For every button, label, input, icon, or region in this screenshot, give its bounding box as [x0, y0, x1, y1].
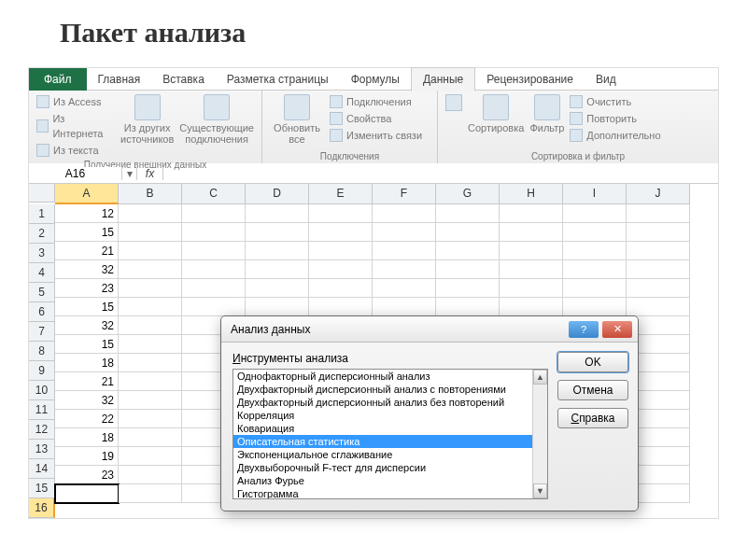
- cell[interactable]: [119, 316, 182, 335]
- help-button[interactable]: Справка: [557, 408, 628, 428]
- fx-button[interactable]: fx: [137, 167, 163, 180]
- cell[interactable]: 32: [55, 260, 119, 279]
- column-header[interactable]: H: [500, 184, 563, 204]
- cell[interactable]: 22: [55, 410, 119, 428]
- refresh-all-button[interactable]: Обновить все: [270, 94, 324, 145]
- cell[interactable]: [182, 242, 246, 260]
- cell[interactable]: [373, 204, 436, 223]
- list-item[interactable]: Корреляция: [233, 409, 532, 422]
- cell[interactable]: [119, 354, 182, 372]
- cell[interactable]: [627, 279, 690, 298]
- cell[interactable]: [563, 298, 627, 316]
- cell[interactable]: [436, 223, 500, 242]
- column-header[interactable]: J: [627, 184, 690, 204]
- cell[interactable]: [182, 298, 246, 316]
- list-item[interactable]: Двухфакторный дисперсионный анализ с пов…: [233, 383, 532, 396]
- from-access-button[interactable]: Из Access: [36, 94, 115, 109]
- tab-view[interactable]: Вид: [585, 68, 627, 91]
- column-header[interactable]: I: [563, 184, 627, 204]
- cell[interactable]: [373, 279, 436, 298]
- sort-button[interactable]: Сортировка: [468, 94, 524, 143]
- cell[interactable]: [119, 391, 182, 410]
- row-header[interactable]: 3: [29, 244, 55, 263]
- cell[interactable]: [246, 279, 309, 298]
- cell[interactable]: [246, 260, 309, 279]
- cell[interactable]: [436, 204, 500, 223]
- row-header[interactable]: 13: [29, 440, 55, 459]
- column-header[interactable]: F: [373, 184, 436, 204]
- sort-az-button[interactable]: [445, 94, 462, 143]
- cell[interactable]: 15: [55, 298, 119, 316]
- from-text-button[interactable]: Из текста: [36, 143, 115, 158]
- scroll-down-button[interactable]: ▼: [533, 483, 547, 498]
- cell[interactable]: [500, 298, 563, 316]
- reapply-filter-button[interactable]: Повторить: [570, 111, 660, 126]
- cell[interactable]: 32: [55, 316, 119, 335]
- cell[interactable]: [436, 260, 500, 279]
- row-header[interactable]: 5: [29, 283, 55, 302]
- list-item[interactable]: Ковариация: [233, 422, 532, 435]
- dialog-help-button[interactable]: ?: [569, 321, 599, 338]
- tab-insert[interactable]: Вставка: [151, 68, 216, 91]
- cell[interactable]: [119, 204, 182, 223]
- cell[interactable]: [119, 484, 182, 503]
- column-header[interactable]: D: [246, 184, 309, 204]
- analysis-tools-listbox[interactable]: Однофакторный дисперсионный анализДвухфа…: [233, 369, 548, 499]
- list-item[interactable]: Описательная статистика: [233, 435, 532, 448]
- cell[interactable]: [119, 223, 182, 242]
- cell[interactable]: [500, 260, 563, 279]
- cell[interactable]: [500, 279, 563, 298]
- cell[interactable]: [563, 242, 627, 260]
- name-box-dropdown[interactable]: ▾: [122, 167, 137, 180]
- cell[interactable]: [55, 484, 119, 503]
- row-header[interactable]: 2: [29, 224, 55, 244]
- cell[interactable]: [119, 410, 182, 428]
- tab-review[interactable]: Рецензирование: [475, 68, 585, 91]
- cell[interactable]: [627, 298, 690, 316]
- cell[interactable]: [373, 223, 436, 242]
- tab-data[interactable]: Данные: [411, 67, 475, 91]
- existing-connections-button[interactable]: Существующие подключения: [179, 94, 254, 158]
- cell[interactable]: [246, 223, 309, 242]
- row-header[interactable]: 12: [29, 420, 55, 440]
- tab-home[interactable]: Главная: [87, 68, 152, 91]
- cell[interactable]: [309, 223, 373, 242]
- cell[interactable]: [563, 279, 627, 298]
- row-header[interactable]: 6: [29, 302, 55, 322]
- edit-links-button[interactable]: Изменить связи: [330, 128, 422, 143]
- cell[interactable]: [119, 335, 182, 354]
- cell[interactable]: [119, 428, 182, 447]
- cell[interactable]: [500, 204, 563, 223]
- cell[interactable]: [373, 298, 436, 316]
- properties-button[interactable]: Свойства: [330, 111, 422, 126]
- listbox-scrollbar[interactable]: ▲ ▼: [532, 370, 547, 498]
- cell[interactable]: [627, 204, 690, 223]
- cell[interactable]: 23: [55, 466, 119, 484]
- connections-button[interactable]: Подключения: [330, 94, 422, 109]
- ok-button[interactable]: OK: [557, 352, 628, 372]
- cell[interactable]: [309, 204, 373, 223]
- column-header[interactable]: A: [55, 184, 119, 204]
- cell[interactable]: [500, 223, 563, 242]
- cell[interactable]: 15: [55, 335, 119, 354]
- cell[interactable]: [182, 260, 246, 279]
- name-box[interactable]: A16: [29, 167, 122, 180]
- cell[interactable]: [627, 260, 690, 279]
- cell[interactable]: [436, 298, 500, 316]
- row-header[interactable]: 16: [29, 498, 55, 518]
- cell[interactable]: [563, 204, 627, 223]
- cell[interactable]: [563, 260, 627, 279]
- tab-formulas[interactable]: Формулы: [340, 68, 411, 91]
- cell[interactable]: [373, 260, 436, 279]
- row-header[interactable]: 7: [29, 322, 55, 342]
- row-header[interactable]: 9: [29, 361, 55, 381]
- cell[interactable]: [119, 260, 182, 279]
- cell[interactable]: [309, 298, 373, 316]
- cell[interactable]: 23: [55, 279, 119, 298]
- row-header[interactable]: 10: [29, 381, 55, 400]
- cell[interactable]: [119, 279, 182, 298]
- cell[interactable]: [309, 279, 373, 298]
- cell[interactable]: 15: [55, 223, 119, 242]
- cancel-button[interactable]: Отмена: [557, 380, 628, 400]
- cell[interactable]: [182, 204, 246, 223]
